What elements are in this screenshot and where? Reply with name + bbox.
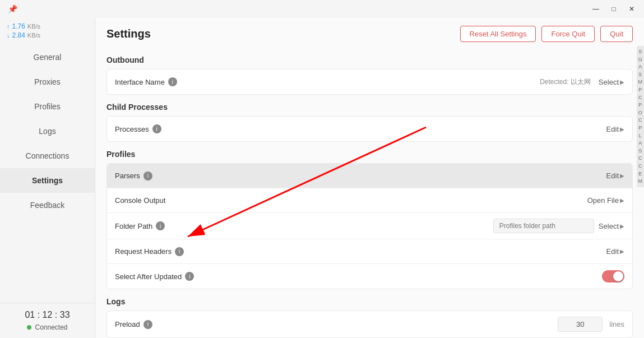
- maximize-button[interactable]: □: [606, 3, 622, 15]
- parsers-label-group: Parsers i: [115, 172, 152, 180]
- side-letter-G[interactable]: G: [638, 56, 643, 63]
- force-quit-button[interactable]: Force Quit: [541, 26, 595, 42]
- side-letter-C3[interactable]: C: [638, 155, 643, 162]
- child-processes-section-label: Child Processes: [106, 103, 633, 112]
- interface-name-info-icon[interactable]: i: [168, 77, 177, 86]
- side-letters: S G A S M P C P O C P L A S C C E M: [637, 46, 645, 187]
- side-letter-C4[interactable]: C: [638, 163, 643, 170]
- side-letter-P[interactable]: P: [638, 86, 643, 94]
- upload-arrow-icon: ↑: [7, 23, 10, 30]
- profiles-card: Parsers i Edit ▶ Console Output Open Fil…: [106, 163, 633, 289]
- toggle-thumb: [613, 271, 623, 281]
- upload-speed-row: ↑ 1.76 KB/s: [7, 22, 88, 30]
- app-body: ↑ 1.76 KB/s ↓ 2.84 KB/s General Proxies …: [0, 18, 644, 338]
- side-letter-A1[interactable]: A: [638, 63, 643, 71]
- side-letter-M[interactable]: M: [638, 78, 643, 86]
- request-headers-chevron-icon: ▶: [620, 248, 624, 254]
- select-after-updated-info-icon[interactable]: i: [185, 272, 194, 281]
- upload-speed-value: 1.76: [12, 22, 25, 30]
- side-letter-S2[interactable]: S: [638, 71, 643, 78]
- side-letter-C1[interactable]: C: [638, 94, 643, 101]
- folder-path-select-button[interactable]: Select ▶: [599, 222, 624, 230]
- reset-all-settings-button[interactable]: Reset All Settings: [460, 26, 536, 42]
- select-after-updated-toggle[interactable]: [602, 270, 624, 283]
- sidebar: ↑ 1.76 KB/s ↓ 2.84 KB/s General Proxies …: [0, 18, 95, 338]
- preload-label-group: Preload i: [115, 320, 152, 329]
- side-letter-S[interactable]: S: [638, 48, 643, 55]
- sidebar-item-proxies[interactable]: Proxies: [0, 70, 95, 94]
- quit-button[interactable]: Quit: [600, 26, 633, 42]
- interface-name-row: Interface Name i Detected: 以太网 Select ▶: [107, 70, 632, 94]
- console-open-file-button[interactable]: Open File ▶: [587, 196, 624, 205]
- sidebar-item-feedback[interactable]: Feedback: [0, 193, 95, 217]
- side-letter-A2[interactable]: A: [638, 140, 643, 147]
- side-letter-O[interactable]: O: [638, 109, 643, 117]
- logs-section-label: Logs: [106, 297, 633, 306]
- parsers-row: Parsers i Edit ▶: [107, 164, 632, 188]
- preload-action: lines: [558, 317, 624, 332]
- folder-path-action: Select ▶: [493, 219, 624, 233]
- preload-info-icon[interactable]: i: [143, 320, 152, 329]
- request-headers-label: Request Headers: [115, 247, 172, 256]
- interface-name-label: Interface Name: [115, 78, 165, 86]
- preload-label: Preload: [115, 320, 140, 328]
- connection-status: Connected: [7, 323, 88, 331]
- side-letter-E[interactable]: E: [638, 170, 643, 178]
- detected-text: Detected: 以太网: [540, 77, 591, 87]
- upload-speed-unit: KB/s: [27, 23, 40, 30]
- minimize-button[interactable]: —: [588, 3, 604, 15]
- request-headers-label-group: Request Headers i: [115, 247, 184, 256]
- close-button[interactable]: ✕: [624, 3, 640, 15]
- parsers-chevron-icon: ▶: [620, 173, 624, 179]
- console-output-row: Console Output Open File ▶: [107, 188, 632, 213]
- sidebar-item-profiles[interactable]: Profiles: [0, 94, 95, 119]
- lines-label: lines: [609, 320, 624, 328]
- parsers-label: Parsers: [115, 172, 140, 180]
- sidebar-item-connections[interactable]: Connections: [0, 143, 95, 168]
- interface-select-button[interactable]: Select ▶: [599, 78, 624, 86]
- side-letter-P2[interactable]: P: [638, 101, 643, 109]
- sidebar-item-settings[interactable]: Settings: [0, 168, 95, 193]
- header-buttons: Reset All Settings Force Quit Quit: [460, 26, 633, 42]
- main-panel: Settings Reset All Settings Force Quit Q…: [95, 18, 644, 338]
- side-letter-C2[interactable]: C: [638, 117, 643, 124]
- request-headers-edit-button[interactable]: Edit ▶: [606, 247, 624, 256]
- processes-label-group: Processes i: [115, 124, 161, 133]
- side-letter-P3[interactable]: P: [638, 124, 643, 132]
- console-output-label: Console Output: [115, 196, 165, 205]
- nav-items: General Proxies Profiles Logs Connection…: [0, 45, 95, 303]
- processes-info-icon[interactable]: i: [152, 124, 161, 133]
- side-letter-S3[interactable]: S: [638, 147, 643, 155]
- child-processes-card: Processes i Edit ▶: [106, 116, 633, 142]
- toggle-track: [602, 270, 624, 283]
- page-title: Settings: [106, 27, 151, 40]
- folder-select-chevron-icon: ▶: [620, 223, 624, 229]
- processes-edit-button[interactable]: Edit ▶: [606, 125, 624, 133]
- preload-input[interactable]: [558, 317, 603, 332]
- chevron-right-icon: ▶: [620, 79, 624, 85]
- request-headers-row: Request Headers i Edit ▶: [107, 239, 632, 264]
- pin-button[interactable]: 📌: [4, 3, 20, 15]
- clock-display: 01 : 12 : 33: [7, 310, 88, 320]
- outbound-section-label: Outbound: [106, 55, 633, 64]
- parsers-info-icon[interactable]: i: [143, 172, 152, 180]
- side-letter-L[interactable]: L: [638, 132, 643, 140]
- request-headers-info-icon[interactable]: i: [175, 247, 184, 256]
- select-after-updated-label-group: Select After Updated i: [115, 272, 194, 281]
- parsers-edit-button[interactable]: Edit ▶: [606, 172, 624, 180]
- download-speed-row: ↓ 2.84 KB/s: [7, 31, 88, 39]
- processes-label: Processes: [115, 125, 149, 133]
- status-dot-icon: [27, 325, 31, 330]
- outbound-card: Interface Name i Detected: 以太网 Select ▶: [106, 69, 633, 95]
- sidebar-item-logs[interactable]: Logs: [0, 119, 95, 143]
- interface-name-action: Detected: 以太网 Select ▶: [540, 77, 624, 87]
- processes-row: Processes i Edit ▶: [107, 117, 632, 141]
- select-after-updated-label: Select After Updated: [115, 272, 182, 281]
- side-letter-M2[interactable]: M: [638, 178, 643, 185]
- folder-path-info-icon[interactable]: i: [156, 221, 165, 230]
- connection-status-label: Connected: [35, 323, 67, 331]
- folder-path-input[interactable]: [493, 219, 594, 233]
- content-area: Outbound Interface Name i Detected: 以太网 …: [95, 48, 644, 338]
- speed-display: ↑ 1.76 KB/s ↓ 2.84 KB/s: [0, 18, 95, 45]
- sidebar-item-general[interactable]: General: [0, 45, 95, 70]
